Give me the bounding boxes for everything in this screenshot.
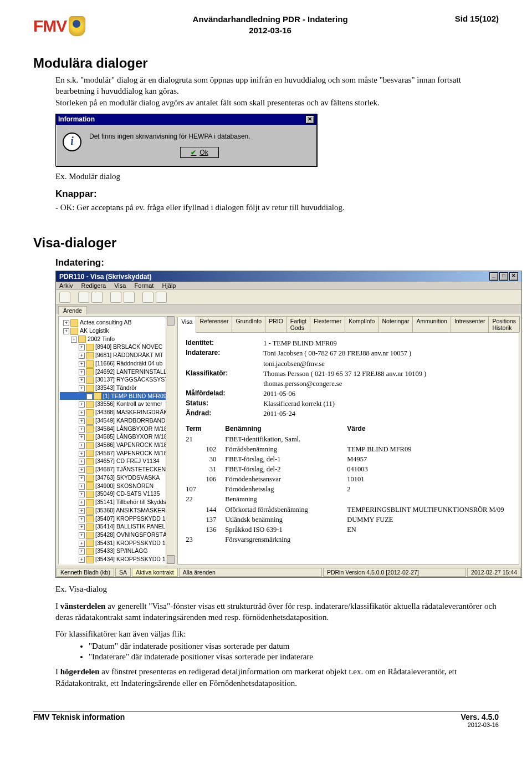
tree-item[interactable]: +AK Logistik xyxy=(60,327,173,335)
detail-tab[interactable]: Flextermer xyxy=(310,316,345,332)
tree-panel[interactable]: +Actea consulting AB+AK Logistik+2002 Ti… xyxy=(58,316,175,565)
toolbar-icon[interactable] xyxy=(110,292,121,303)
toolbar-icon[interactable] xyxy=(78,292,89,303)
tree-item[interactable]: +[35434] KROPPSSKYDD 12 SP xyxy=(60,555,173,563)
info-icon xyxy=(63,133,81,151)
toolbar-icon[interactable] xyxy=(59,292,70,303)
menu-item[interactable]: Format xyxy=(134,282,154,289)
dialog-titlebar: Information ✕ xyxy=(56,114,316,125)
document-page: FMV Användarhandledning PDR - Indatering… xyxy=(0,0,532,739)
tree-tab[interactable]: Ärende xyxy=(58,306,87,314)
tree-item[interactable]: +[34687] TJÄNSTETECKEN xyxy=(60,465,173,474)
list-item: "Indaterare" där indaterade positioner v… xyxy=(89,652,499,662)
identitet-label: Identitet: xyxy=(186,338,263,348)
detail-tab[interactable]: Farligt Gods xyxy=(287,316,310,332)
th-term: Term xyxy=(186,424,225,434)
status-value: Klassificerad korrekt (11) xyxy=(263,399,511,409)
fmv-logo: FMV xyxy=(33,16,85,36)
mal-value: 2011-05-06 xyxy=(263,389,511,399)
tree-item[interactable]: +[35360] ANSIKTSMASKERINGS xyxy=(60,506,173,515)
tree-item[interactable]: +[35428] ÖVNINGSFÖRSTÄRKN xyxy=(60,531,173,539)
status-sa: SA xyxy=(115,568,131,577)
information-dialog: Information ✕ Det finns ingen skrivanvis… xyxy=(55,114,317,166)
tree-item[interactable]: +[34586] VAPENROCK M/1886 xyxy=(60,441,173,449)
detail-tab[interactable]: KomplInfo xyxy=(345,316,378,332)
tree-item[interactable]: +[34657] CD FREJ V1134 xyxy=(60,457,173,465)
menu-item[interactable]: Hjälp xyxy=(162,282,176,289)
detail-tab[interactable]: Referenser xyxy=(196,316,232,332)
menu-item[interactable]: Redigera xyxy=(81,282,106,289)
toolbar-icon[interactable] xyxy=(156,292,167,303)
menu-item[interactable]: Arkiv xyxy=(59,282,73,289)
toolbar-icon[interactable] xyxy=(142,292,154,303)
bullet-list: "Datum" där indaterade positioner visas … xyxy=(66,642,499,662)
tree-item[interactable]: +[30137] RYGGSÄCKSSYSTEM xyxy=(60,375,173,384)
tree-item[interactable]: +[35141] Tillbehör till Skyddsväsk xyxy=(60,498,173,506)
tree-item[interactable]: +[34388] MASKERINGDRÄKT M xyxy=(60,408,173,416)
detail-panel: Identitet:1 - TEMP BLIND MFR09 Indaterar… xyxy=(177,332,519,565)
status-timestamp: 2012-02-27 15:44 xyxy=(467,568,521,577)
footer-version: Vers. 4.5.0 xyxy=(461,713,499,721)
header-title: Användarhandledning PDR - Indatering 201… xyxy=(85,14,454,35)
page-footer: FMV Teknisk information Vers. 4.5.0 2012… xyxy=(33,711,499,728)
detail-tab[interactable]: Ammunition xyxy=(412,316,451,332)
table-row: 23Försvarsgrensmärkning xyxy=(186,535,511,545)
tree-item[interactable]: +[34587] VAPENROCK M/1886 I xyxy=(60,449,173,457)
tree-item[interactable]: +[9681] RÄDDNDRÄKT MT xyxy=(60,351,173,359)
detail-tabs: VisaReferenserGrundInfoPRIOFarligt GodsF… xyxy=(177,316,519,332)
visa-para3: I högerdelen av fönstret presenteras en … xyxy=(55,666,499,689)
tree-item[interactable]: +Actea consulting AB xyxy=(60,318,173,327)
tree-item[interactable]: +[34549] KARDBORRBAND xyxy=(60,416,173,425)
minimize-icon[interactable]: _ xyxy=(489,272,498,281)
tree-item[interactable]: +[35469] KROPPSSKYDD 12 kor xyxy=(60,563,173,565)
identitet-value: 1 - TEMP BLIND MFR09 xyxy=(263,338,511,348)
check-icon: ✔ xyxy=(191,149,196,156)
tree-item[interactable]: +[33556] Kontroll av termer xyxy=(60,400,173,408)
status-bar: Kenneth Bladh (kb) SA Aktiva kontrakt Al… xyxy=(56,567,521,577)
toolbar-icon[interactable] xyxy=(91,292,103,303)
close-icon[interactable]: ✕ xyxy=(305,115,314,124)
tree-item[interactable]: +[33543] Tändrör xyxy=(60,384,173,392)
tree-item[interactable]: +[35433] SP/INLÄGG xyxy=(60,547,173,555)
app-title-text: PDR110 - Visa (Skrivskyddat) xyxy=(59,273,152,281)
tree-item[interactable]: +[8940] BRSLÄCK NOVEC xyxy=(60,343,173,351)
detail-tab[interactable]: Visa xyxy=(177,317,196,333)
tree-item[interactable]: +[35414] BALLISTIK PANELER/I xyxy=(60,522,173,531)
tree-item[interactable]: +[24692] LANTERNINSTALLATI xyxy=(60,368,173,376)
tree-item[interactable]: +2002 Tinfo xyxy=(60,335,173,343)
tree-item[interactable]: +[35431] KROPPSSKYDD 12 DC xyxy=(60,539,173,547)
maximize-icon[interactable]: □ xyxy=(499,272,508,281)
tree-item[interactable]: +[1] TEMP BLIND MFR09 xyxy=(60,392,173,400)
tree-item[interactable]: +[11666] Räddndräkt 04 ub xyxy=(60,359,173,368)
status-aktiva: Aktiva kontrakt xyxy=(132,568,178,577)
detail-tab[interactable]: Positions Historik xyxy=(488,316,520,332)
tree-item[interactable]: +[34585] LÅNGBYXOR M/1886 I xyxy=(60,433,173,441)
detail-tab[interactable]: Noteringar xyxy=(378,316,413,332)
scrollbar-icon[interactable] xyxy=(166,317,175,564)
table-row: 137Utländsk benämningDUMMY FUZE xyxy=(186,515,511,525)
table-row: 106Förnödenhetsansvar10101 xyxy=(186,474,511,484)
table-row: 31FBET-förslag, del-2041003 xyxy=(186,464,511,474)
close-icon[interactable]: ✕ xyxy=(509,272,518,281)
th-var: Värde xyxy=(347,424,511,434)
tree-item[interactable]: +[34763] SKYDDSVÄSKA xyxy=(60,474,173,482)
ok-button[interactable]: ✔ Ok xyxy=(180,147,218,158)
tree-item[interactable]: +[34584] LÅNGBYXOR M/1886 xyxy=(60,425,173,433)
detail-tab[interactable]: Intressenter xyxy=(451,316,489,332)
pdr-app-window: PDR110 - Visa (Skrivskyddat) _ □ ✕ Arkiv… xyxy=(55,271,522,578)
tree-item[interactable]: +[34900] SKOSNÖREN xyxy=(60,482,173,490)
detail-tab[interactable]: GrundInfo xyxy=(232,316,265,332)
tree-item[interactable]: +[35407] KROPPSSKYDD 12 xyxy=(60,515,173,523)
modular-caption: Ex. Modulär dialog xyxy=(55,171,499,182)
section-visa-title: Visa-dialoger xyxy=(33,235,499,251)
dialog-title-text: Information xyxy=(58,115,95,123)
detail-tab[interactable]: PRIO xyxy=(265,316,287,332)
andrad-label: Ändrad: xyxy=(186,409,263,419)
menu-item[interactable]: Visa xyxy=(114,282,126,289)
status-label: Status: xyxy=(186,399,263,409)
tree-item[interactable]: +[35049] CD-SATS V1135 xyxy=(60,490,173,498)
toolbar-icon[interactable] xyxy=(124,292,135,303)
list-item: "Datum" där indaterade positioner visas … xyxy=(89,642,499,651)
header-title-line2: 2012-03-16 xyxy=(85,25,454,36)
dialog-body: Det finns ingen skrivanvisning för HEWPA… xyxy=(56,125,316,166)
